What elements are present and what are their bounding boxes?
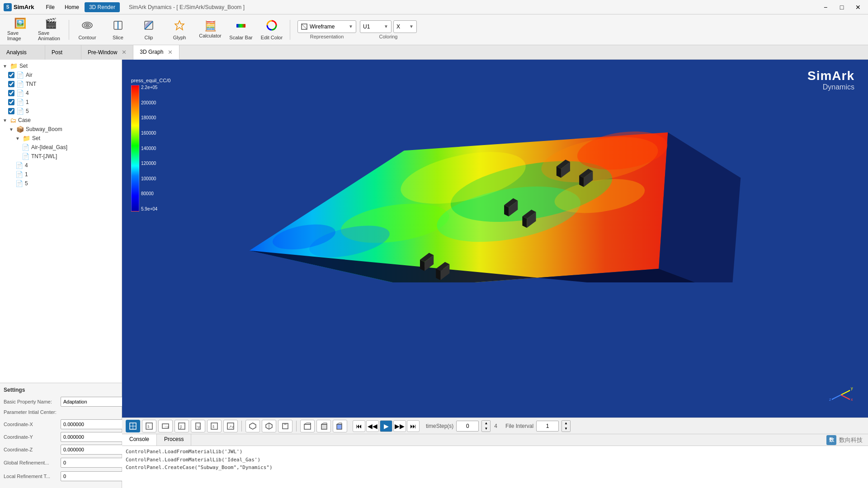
play-prev-btn[interactable]: ◀◀ (366, 420, 379, 432)
tab-3dgraph[interactable]: 3D Graph ✕ (133, 45, 179, 60)
tree-air-ideal[interactable]: 📄 Air-[Ideal_Gas] (19, 143, 122, 152)
representation-dropdown[interactable]: Wireframe ▼ (297, 20, 356, 33)
tab-bar: Analysis Post Pre-Window ✕ 3D Graph ✕ (0, 45, 868, 60)
play-next-btn[interactable]: ▶▶ (393, 420, 406, 432)
toolbar-right: Wireframe ▼ Representation U1 ▼ X ▼ Colo… (297, 20, 417, 39)
tree-tnt-checkbox[interactable] (8, 81, 14, 87)
case-toggle-icon[interactable]: ▼ (2, 117, 8, 123)
coord-x-input[interactable] (61, 419, 128, 429)
view-zp-btn[interactable]: ↗z (223, 420, 238, 432)
tree-air-checkbox[interactable] (8, 72, 14, 78)
tree-case-set[interactable]: ▼ 📁 Set (13, 134, 122, 143)
tree-case-item-4-icon: 📄 (15, 162, 23, 169)
tree-subwayboom[interactable]: ▼ 📦 Subway_Boom (6, 125, 122, 134)
watermark: SimArk Dynamics (807, 69, 854, 91)
tree-item-1-checkbox[interactable] (8, 99, 14, 105)
play-first-btn[interactable]: ⏮ (353, 420, 365, 432)
view-xp-btn[interactable]: →x (158, 420, 173, 432)
local-refinement-input[interactable] (61, 471, 128, 481)
view-iso2-btn[interactable] (262, 420, 276, 432)
tree-item-1[interactable]: 📄 1 (6, 98, 122, 107)
tree-item-4[interactable]: 📄 4 (6, 89, 122, 98)
play-btn[interactable]: ▶ (380, 420, 392, 432)
tree-set-header[interactable]: ▼ 📁 Set (0, 61, 122, 70)
file-interval-down[interactable]: ▼ (562, 426, 570, 432)
view-ym-btn[interactable]: ȳ (175, 420, 189, 432)
view-iso1-btn[interactable] (245, 420, 260, 432)
view-reset-btn[interactable] (126, 420, 140, 432)
tab-3dgraph-close[interactable]: ✕ (168, 49, 173, 56)
coloring-field-dropdown[interactable]: U1 ▼ (360, 20, 392, 33)
svg-line-12 (302, 24, 307, 29)
save-animation-button[interactable]: 🎬 Save Animation (36, 17, 65, 43)
app-logo: S SimArk (4, 3, 34, 11)
menu-home[interactable]: Home (60, 2, 84, 12)
tree-tnt-jwl[interactable]: 📄 TNT-[JWL] (19, 152, 122, 161)
tree-tnt[interactable]: 📄 TNT (6, 80, 122, 89)
tab-prewindow-close[interactable]: ✕ (122, 49, 127, 56)
edit-color-button[interactable]: Edit Color (257, 17, 286, 43)
colorbar-min: 5.9e+04 (141, 206, 157, 211)
colorbar-120000: 120000 (141, 161, 157, 166)
contour-button[interactable]: Contour (73, 17, 102, 43)
set-toggle-icon[interactable]: ▼ (2, 63, 8, 69)
maximize-button[interactable]: □ (835, 2, 848, 12)
window-title: SimArk Dynamics - [ E:/SimArk/Subway_Boo… (129, 4, 819, 10)
tree-item-5[interactable]: 📄 5 (6, 107, 122, 116)
file-interval-up[interactable]: ▲ (562, 421, 570, 426)
tree-air[interactable]: 📄 Air (6, 70, 122, 80)
view-box2-btn[interactable] (316, 420, 331, 432)
basic-property-input[interactable] (61, 397, 128, 407)
timestep-down[interactable]: ▼ (482, 426, 490, 432)
view-zm-btn[interactable]: z̄ (207, 420, 222, 432)
play-last-btn[interactable]: ⏭ (407, 420, 420, 432)
tree-case-item-5[interactable]: 📄 5 (13, 179, 122, 188)
console-tab[interactable]: Console (122, 434, 157, 446)
view-xm-btn[interactable]: x̄ (142, 420, 156, 432)
save-image-button[interactable]: 🖼️ Save Image (5, 17, 34, 43)
svg-text:z: z (829, 397, 831, 402)
tab-prewindow[interactable]: Pre-Window ✕ (81, 45, 133, 60)
subwayboom-toggle-icon[interactable]: ▼ (8, 126, 14, 132)
menu-file[interactable]: File (42, 2, 59, 12)
timestep-up[interactable]: ▲ (482, 421, 490, 426)
close-button[interactable]: ✕ (852, 2, 864, 12)
tree-item-4-checkbox[interactable] (8, 90, 14, 96)
scalar-bar-label: Scalar Bar (229, 35, 252, 40)
view-iso3-btn[interactable] (278, 420, 292, 432)
window-controls: − □ ✕ (819, 2, 864, 12)
case-set-toggle-icon[interactable]: ▼ (14, 135, 21, 141)
contour-icon (81, 19, 93, 33)
timestep-input[interactable] (456, 421, 479, 432)
global-refinement-input[interactable] (61, 458, 128, 468)
minimize-button[interactable]: − (819, 2, 832, 12)
process-tab[interactable]: Process (157, 434, 191, 446)
menu-bar: File Home 3D Render (42, 2, 120, 12)
view-box3-btn[interactable] (333, 420, 347, 432)
tree-case-item-1[interactable]: 📄 1 (13, 170, 122, 179)
clip-button[interactable]: Clip (134, 17, 163, 43)
tree-case-item-4[interactable]: 📄 4 (13, 161, 122, 170)
coord-x-row: Coordinate-X (4, 419, 118, 429)
file-interval-input[interactable] (536, 421, 559, 432)
tab-analysis[interactable]: Analysis (0, 45, 45, 60)
basic-property-row: Basic Property Name: (4, 397, 118, 407)
glyph-button[interactable]: Glyph (165, 17, 194, 43)
menu-3drender[interactable]: 3D Render (85, 2, 120, 12)
slice-button[interactable]: Slice (104, 17, 132, 43)
view-box1-btn[interactable] (300, 420, 315, 432)
svg-marker-8 (175, 21, 184, 30)
view-yp-btn[interactable]: ↑y (191, 420, 205, 432)
calculator-button[interactable]: 🧮 Calculator (196, 17, 225, 43)
coloring-axis-dropdown[interactable]: X ▼ (393, 20, 417, 33)
scalar-bar-button[interactable]: Scalar Bar (226, 17, 255, 43)
coord-z-input[interactable] (61, 445, 128, 455)
svg-rect-77 (304, 424, 311, 429)
viewport-3d[interactable]: press_equil_CC/0 2.2e+05 200000 180000 1… (122, 60, 868, 418)
coord-y-input[interactable] (61, 432, 128, 442)
tree-case-header[interactable]: ▼ 🗂 Case (0, 116, 122, 125)
tab-post[interactable]: Post (45, 45, 81, 60)
save-animation-label: Save Animation (38, 30, 63, 41)
svg-rect-80 (321, 424, 327, 429)
tree-item-5-checkbox[interactable] (8, 108, 14, 114)
